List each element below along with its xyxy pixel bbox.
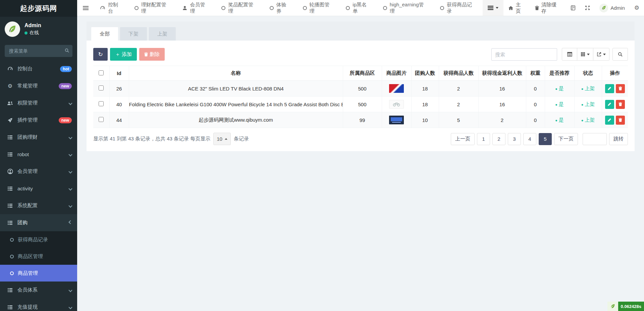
groupbuy-submenu: 获得商品记录 商品区管理 商品管理 [0,231,77,282]
menu-search-input[interactable] [5,45,72,57]
table-search-input[interactable] [491,48,557,61]
sidebar-item-robot[interactable]: robot [0,146,77,163]
page-button-1[interactable]: 1 [477,133,490,145]
row-checkbox[interactable] [99,117,104,122]
page-size-select[interactable]: 10 [213,133,231,145]
sidebar-item-member-system[interactable]: 会员体系 [0,282,77,299]
delete-button[interactable]: 删除 [139,48,165,61]
topnav-tab-finance-config[interactable]: 理财配置管理 [129,0,177,16]
row-checkbox[interactable] [99,85,104,90]
circle-icon [440,6,444,10]
view-tools [562,48,609,61]
next-page-button[interactable]: 下一页 [554,133,578,145]
trash-icon [535,6,539,10]
topnav-tab-dashboard[interactable]: 控制台 [94,0,129,16]
table-view-icon [567,52,572,57]
topnav-tab-coupon[interactable]: 体验券 [264,0,297,16]
card-body: ↻ ＋添加 删除 [87,41,635,151]
search-toggle-button[interactable] [612,48,628,61]
jump-page-input[interactable] [583,133,607,145]
tabs-list-dropdown[interactable] [483,0,503,16]
jump-button[interactable]: 跳转 [609,133,628,145]
topnav-tab-prize-config[interactable]: 奖品配置管理 [216,0,264,16]
add-button[interactable]: ＋添加 [110,48,137,61]
gears-icon: ⚙ [7,83,13,89]
docs-link[interactable] [566,0,580,16]
sidebar-item-permissions[interactable]: 权限管理 [0,95,77,112]
page-button-2[interactable]: 2 [492,133,505,145]
cell-id: 26 [109,81,129,97]
caret-down-icon [587,54,590,55]
cell-cashback: 16 [478,81,526,97]
circle-icon [10,271,14,275]
avatar [5,21,20,37]
col-cashback: 获得现金返利人数 [478,66,526,81]
delete-row-button[interactable] [616,116,625,125]
sidebar-toggle-icon[interactable] [77,0,94,16]
new-badge: new [59,117,72,123]
leaf-logo-icon [601,5,607,11]
tab-on-shelf[interactable]: 上架 [149,27,176,41]
submenu-item-goods-zone[interactable]: 商品区管理 [0,248,77,265]
sidebar-item-general[interactable]: ⚙ 常规管理 new [0,77,77,95]
delete-row-button[interactable] [616,100,625,109]
circle-icon [221,6,225,10]
status-dot: ● [555,118,557,122]
dashboard-icon [7,66,13,72]
edit-button[interactable] [605,116,614,125]
columns-button[interactable] [577,48,593,61]
page-button-3[interactable]: 3 [508,133,521,145]
page-button-4[interactable]: 4 [523,133,536,145]
topnav-tab-ip-blacklist[interactable]: ip黑名单 [340,0,377,16]
sidebar-item-recharge-withdraw[interactable]: 充值提现 [0,299,77,311]
fullscreen-icon [585,5,590,10]
prev-page-button[interactable]: 上一页 [451,133,475,145]
submenu-item-goods-records[interactable]: 获得商品记录 [0,231,77,248]
table-header-row: Id 名称 所属商品区 商品图片 团购人数 获得商品人数 获得现金返利人数 权重… [93,66,628,81]
col-buyers: 团购人数 [411,66,439,81]
sidebar-item-system-config[interactable]: 系统配置 [0,197,77,214]
home-icon [508,6,514,10]
edit-button[interactable] [605,100,614,109]
chevron-left-icon [68,101,72,105]
tab-off-shelf[interactable]: 下架 [120,27,147,41]
sidebar-item-members[interactable]: 会员管理 [0,163,77,180]
table-row: 44 起步源码网测试www.qibuym.com 99 10 5 2 0 ●是 … [93,112,628,128]
edit-button[interactable] [605,84,614,93]
cell-buyers: 18 [411,97,439,112]
sidebar-item-activity[interactable]: activity [0,180,77,197]
chevron-left-icon [68,204,72,207]
tab-all[interactable]: 全部 [91,27,118,41]
home-link[interactable]: 主页 [503,0,530,16]
topnav-tab-banner[interactable]: 轮播图管理 [297,0,340,16]
sidebar-item-groupbuy-finance[interactable]: 团购理财 [0,129,77,146]
sidebar-item-dashboard[interactable]: 控制台 hot [0,60,77,77]
topnav-tab-members[interactable]: 会员管理 [177,0,216,16]
list-icon [7,203,13,208]
sidebar-item-groupbuy[interactable]: 团购 [0,214,77,231]
trace-badge[interactable]: 0.062428s [607,302,644,311]
refresh-button[interactable]: ↻ [93,48,108,61]
sidebar: 起步源码网 Admin 在线 控制台 hot ⚙ 常规管理 new 权限管理 [0,0,77,311]
export-button[interactable] [593,48,609,61]
goods-table: Id 名称 所属商品区 商品图片 团购人数 获得商品人数 获得现金返利人数 权重… [93,66,628,128]
clear-cache-link[interactable]: 清除缓存 [530,0,566,16]
recommend-badge: ●是 [545,81,574,97]
admin-user-menu[interactable]: Admin [595,0,630,16]
row-checkbox[interactable] [99,101,104,106]
cell-goods: 2 [439,81,478,97]
col-id: Id [109,66,129,81]
app-logo: 起步源码网 [0,0,77,17]
cell-zone: 500 [343,97,382,112]
toggle-view-button[interactable] [562,48,577,61]
delete-row-button[interactable] [616,84,625,93]
sidebar-item-plugins[interactable]: 插件管理 new [0,112,77,129]
submenu-item-goods-manage[interactable]: 商品管理 [0,265,77,282]
circle-icon [346,6,350,10]
fullscreen-toggle[interactable] [580,0,595,16]
topnav-tab-goods-records[interactable]: 获得商品记录 [434,0,483,16]
page-button-5-active[interactable]: 5 [539,133,552,145]
select-all-checkbox[interactable] [99,70,104,75]
settings-menu[interactable]: ⚙ [630,0,644,16]
topnav-tab-high-earning[interactable]: high_earning管理 [377,0,434,16]
